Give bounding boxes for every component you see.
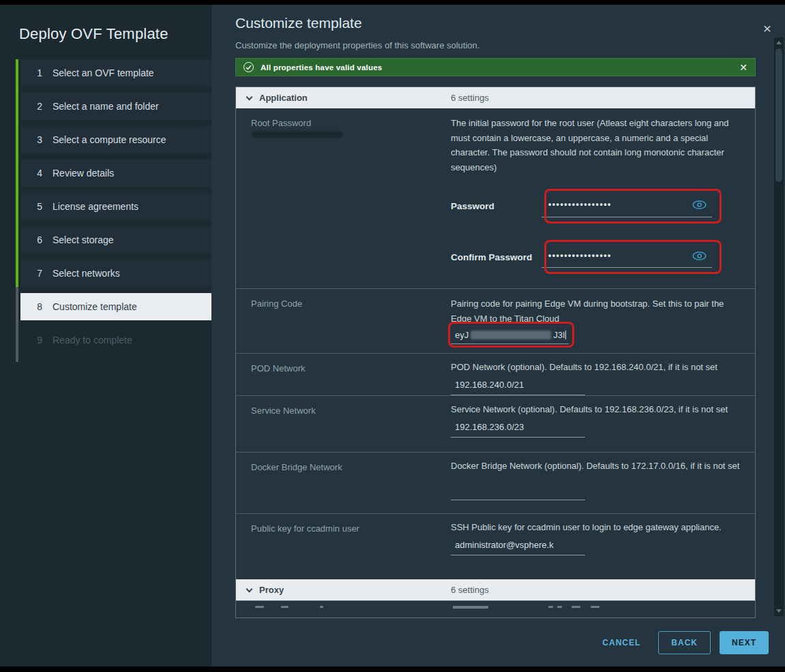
sidebar-step-7[interactable]: 7 Select networks [20,260,211,287]
progress-rail-remaining [16,287,18,362]
row-label: Pairing Code [236,289,451,353]
docker-bridge-network-input[interactable] [451,485,585,500]
step-label: Select an OVF template [53,67,154,78]
deploy-ovf-dialog: Deploy OVF Template 1 Select an OVF temp… [0,5,785,667]
back-button[interactable]: BACK [658,631,711,654]
step-label: Select storage [53,234,114,245]
row-label: Docker Bridge Network [236,453,451,513]
redacted-smudge [252,132,342,138]
chevron-down-icon [246,585,253,592]
wizard-sidebar: Deploy OVF Template 1 Select an OVF temp… [0,5,211,667]
scrollbar-thumb[interactable] [775,48,782,182]
password-input[interactable]: •••••••••••••••• [542,196,712,217]
close-icon[interactable]: × [760,18,774,38]
row-root-password: Root Password The initial password for t… [236,108,755,288]
sidebar-step-5[interactable]: 5 License agreements [20,193,211,220]
sidebar-step-9: 9 Ready to complete [20,326,211,354]
sidebar-step-1[interactable]: 1 Select an OVF template [20,59,211,87]
pairing-code-input[interactable]: eyJJ3I [451,329,569,344]
properties-table: Application 6 settings Root Password The… [235,87,756,618]
scroll-down-icon[interactable] [776,609,782,613]
wizard-main-panel: × Customize template Customize the deplo… [211,5,785,667]
step-label: License agreements [53,201,138,212]
step-label: Customize template [53,301,137,312]
row-description: The initial password for the root user (… [451,116,743,174]
confirm-password-field-label: Confirm Password [451,250,542,265]
check-circle-icon [243,62,254,72]
cancel-button[interactable]: CANCEL [599,632,643,654]
progress-rail-complete [16,59,18,287]
step-label: Review details [53,168,114,179]
row-label: Service Network [236,396,451,452]
text-caret [565,331,566,339]
banner-close-icon[interactable]: ✕ [739,62,747,73]
pod-network-input[interactable]: 192.168.240.0/21 [451,376,585,396]
public-key-input[interactable]: administrator@vsphere.k [451,536,585,556]
sidebar-step-6[interactable]: 6 Select storage [20,226,211,254]
row-service-network: Service Network Service Network (optiona… [236,395,755,452]
sidebar-step-4[interactable]: 4 Review details [20,159,211,187]
section-header-proxy[interactable]: Proxy 6 settings [236,579,755,600]
wizard-footer: CANCEL BACK NEXT [599,631,769,654]
row-description: SSH Public key for ccadmin user to login… [451,520,743,535]
row-pod-network: POD Network POD Network (optional). Defa… [236,353,755,395]
row-description: Docker Bridge Network (optional). Defaul… [451,459,743,474]
row-docker-bridge-network: Docker Bridge Network Docker Bridge Netw… [236,452,755,513]
show-password-eye-icon[interactable] [692,200,707,209]
confirm-password-masked-value: •••••••••••••••• [548,249,687,264]
password-field-label: Password [451,199,542,214]
row-pairing-code: Pairing Code Pairing code for pairing Ed… [236,288,755,353]
page-subtitle: Customize the deployment properties of t… [235,40,756,50]
row-public-key: Public key for ccadmin user SSH Public k… [236,513,755,579]
show-confirm-password-eye-icon[interactable] [692,251,707,260]
validation-banner: All properties have valid values ✕ [235,58,756,76]
service-network-input[interactable]: 192.168.236.0/23 [451,418,585,438]
row-label: Public key for ccadmin user [236,514,451,579]
scroll-up-icon[interactable] [776,41,782,44]
vertical-scrollbar[interactable] [774,37,784,616]
sidebar-step-2[interactable]: 2 Select a name and folder [20,93,211,120]
step-label: Select a compute resource [53,134,166,145]
chevron-down-icon [246,93,253,100]
clipped-row [236,600,755,614]
password-masked-value: •••••••••••••••• [548,198,687,213]
step-label: Select networks [53,268,120,279]
section-settings-count: 6 settings [451,585,489,595]
row-description: POD Network (optional). Defaults to 192.… [451,360,743,375]
next-button[interactable]: NEXT [720,631,769,654]
sidebar-step-8-active[interactable]: 8 Customize template [20,293,211,320]
confirm-password-input[interactable]: •••••••••••••••• [542,247,712,269]
row-description: Service Network (optional). Defaults to … [451,402,743,417]
redacted-value-blur [471,331,551,339]
page-title: Customize template [235,5,756,31]
step-label: Ready to complete [53,335,132,346]
row-description: Pairing code for pairing Edge VM during … [451,296,743,326]
sidebar-step-3[interactable]: 3 Select a compute resource [20,126,211,153]
step-label: Select a name and folder [53,101,159,112]
section-header-application[interactable]: Application 6 settings [236,87,755,108]
banner-text: All properties have valid values [261,63,382,72]
section-settings-count: 6 settings [451,93,489,103]
row-label: Root Password [251,118,311,128]
row-label: POD Network [236,354,451,395]
dialog-title: Deploy OVF Template [19,25,211,43]
